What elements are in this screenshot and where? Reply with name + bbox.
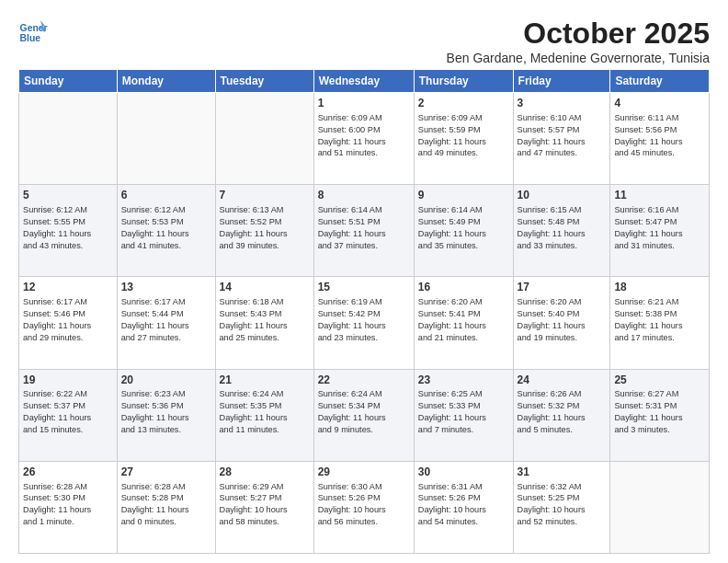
column-header-thursday: Thursday [414,70,513,93]
calendar-empty-cell [215,93,313,185]
day-number: 12 [23,280,113,295]
day-number: 1 [318,96,410,111]
day-info: Sunrise: 6:24 AM Sunset: 5:35 PM Dayligh… [220,388,310,436]
day-number: 16 [418,280,509,295]
day-number: 11 [614,188,705,203]
subtitle: Ben Gardane, Medenine Governorate, Tunis… [447,51,710,65]
day-number: 21 [220,373,310,388]
day-number: 14 [220,280,310,295]
day-number: 23 [418,373,509,388]
day-info: Sunrise: 6:29 AM Sunset: 5:27 PM Dayligh… [220,481,310,529]
day-info: Sunrise: 6:12 AM Sunset: 5:55 PM Dayligh… [23,204,113,252]
day-info: Sunrise: 6:26 AM Sunset: 5:32 PM Dayligh… [518,388,607,436]
calendar-day-4: 4Sunrise: 6:11 AM Sunset: 5:56 PM Daylig… [610,93,710,185]
day-info: Sunrise: 6:31 AM Sunset: 5:26 PM Dayligh… [418,481,509,529]
day-info: Sunrise: 6:11 AM Sunset: 5:56 PM Dayligh… [614,112,705,160]
calendar-header-row: SundayMondayTuesdayWednesdayThursdayFrid… [19,70,710,93]
title-block: October 2025 Ben Gardane, Medenine Gover… [447,17,710,65]
day-number: 6 [121,188,211,203]
day-info: Sunrise: 6:17 AM Sunset: 5:46 PM Dayligh… [23,296,113,344]
calendar-day-29: 29Sunrise: 6:30 AM Sunset: 5:26 PM Dayli… [313,461,414,553]
calendar-day-6: 6Sunrise: 6:12 AM Sunset: 5:53 PM Daylig… [117,185,215,277]
day-number: 10 [518,188,607,203]
day-number: 17 [518,280,607,295]
day-number: 8 [318,188,410,203]
calendar-day-26: 26Sunrise: 6:28 AM Sunset: 5:30 PM Dayli… [19,461,118,553]
day-number: 5 [23,188,113,203]
calendar-day-19: 19Sunrise: 6:22 AM Sunset: 5:37 PM Dayli… [19,369,118,461]
column-header-sunday: Sunday [19,70,118,93]
day-number: 24 [518,373,607,388]
calendar-week-row: 19Sunrise: 6:22 AM Sunset: 5:37 PM Dayli… [19,369,710,461]
calendar-week-row: 1Sunrise: 6:09 AM Sunset: 6:00 PM Daylig… [19,93,710,185]
calendar-day-10: 10Sunrise: 6:15 AM Sunset: 5:48 PM Dayli… [513,185,610,277]
day-info: Sunrise: 6:16 AM Sunset: 5:47 PM Dayligh… [614,204,705,252]
day-number: 28 [220,465,310,480]
day-info: Sunrise: 6:14 AM Sunset: 5:51 PM Dayligh… [318,204,410,252]
day-info: Sunrise: 6:21 AM Sunset: 5:38 PM Dayligh… [614,296,705,344]
day-info: Sunrise: 6:19 AM Sunset: 5:42 PM Dayligh… [318,296,410,344]
calendar-day-15: 15Sunrise: 6:19 AM Sunset: 5:42 PM Dayli… [313,277,414,369]
calendar-day-11: 11Sunrise: 6:16 AM Sunset: 5:47 PM Dayli… [610,185,710,277]
logo-icon: General Blue [18,17,48,46]
day-number: 7 [220,188,310,203]
column-header-monday: Monday [117,70,215,93]
calendar-table: SundayMondayTuesdayWednesdayThursdayFrid… [18,69,710,554]
day-info: Sunrise: 6:13 AM Sunset: 5:52 PM Dayligh… [220,204,310,252]
calendar-week-row: 12Sunrise: 6:17 AM Sunset: 5:46 PM Dayli… [19,277,710,369]
day-number: 15 [318,280,410,295]
day-number: 26 [23,465,113,480]
day-number: 30 [418,465,509,480]
calendar-week-row: 26Sunrise: 6:28 AM Sunset: 5:30 PM Dayli… [19,461,710,553]
calendar-day-14: 14Sunrise: 6:18 AM Sunset: 5:43 PM Dayli… [215,277,313,369]
day-info: Sunrise: 6:18 AM Sunset: 5:43 PM Dayligh… [220,296,310,344]
header: General Blue General Blue October 2025 B… [18,17,710,65]
calendar-day-7: 7Sunrise: 6:13 AM Sunset: 5:52 PM Daylig… [215,185,313,277]
day-info: Sunrise: 6:14 AM Sunset: 5:49 PM Dayligh… [418,204,509,252]
day-info: Sunrise: 6:22 AM Sunset: 5:37 PM Dayligh… [23,388,113,436]
calendar-empty-cell [117,93,215,185]
calendar-day-25: 25Sunrise: 6:27 AM Sunset: 5:31 PM Dayli… [610,369,710,461]
day-info: Sunrise: 6:20 AM Sunset: 5:40 PM Dayligh… [518,296,607,344]
day-info: Sunrise: 6:12 AM Sunset: 5:53 PM Dayligh… [121,204,211,252]
column-header-wednesday: Wednesday [313,70,414,93]
day-number: 9 [418,188,509,203]
calendar-day-23: 23Sunrise: 6:25 AM Sunset: 5:33 PM Dayli… [414,369,513,461]
calendar-day-24: 24Sunrise: 6:26 AM Sunset: 5:32 PM Dayli… [513,369,610,461]
logo: General Blue General Blue [18,17,48,46]
svg-text:Blue: Blue [20,33,41,43]
calendar-day-3: 3Sunrise: 6:10 AM Sunset: 5:57 PM Daylig… [513,93,610,185]
calendar-day-1: 1Sunrise: 6:09 AM Sunset: 6:00 PM Daylig… [313,93,414,185]
day-info: Sunrise: 6:17 AM Sunset: 5:44 PM Dayligh… [121,296,211,344]
day-info: Sunrise: 6:09 AM Sunset: 6:00 PM Dayligh… [318,112,410,160]
calendar-day-12: 12Sunrise: 6:17 AM Sunset: 5:46 PM Dayli… [19,277,118,369]
day-number: 31 [518,465,607,480]
calendar-empty-cell [610,461,710,553]
day-info: Sunrise: 6:20 AM Sunset: 5:41 PM Dayligh… [418,296,509,344]
day-number: 29 [318,465,410,480]
calendar-day-2: 2Sunrise: 6:09 AM Sunset: 5:59 PM Daylig… [414,93,513,185]
calendar-day-30: 30Sunrise: 6:31 AM Sunset: 5:26 PM Dayli… [414,461,513,553]
calendar-day-13: 13Sunrise: 6:17 AM Sunset: 5:44 PM Dayli… [117,277,215,369]
day-number: 18 [614,280,705,295]
day-info: Sunrise: 6:09 AM Sunset: 5:59 PM Dayligh… [418,112,509,160]
calendar-day-21: 21Sunrise: 6:24 AM Sunset: 5:35 PM Dayli… [215,369,313,461]
column-header-friday: Friday [513,70,610,93]
day-number: 4 [614,96,705,111]
calendar-day-16: 16Sunrise: 6:20 AM Sunset: 5:41 PM Dayli… [414,277,513,369]
day-number: 25 [614,373,705,388]
day-info: Sunrise: 6:25 AM Sunset: 5:33 PM Dayligh… [418,388,509,436]
day-number: 27 [121,465,211,480]
day-info: Sunrise: 6:28 AM Sunset: 5:28 PM Dayligh… [121,481,211,529]
day-number: 19 [23,373,113,388]
day-info: Sunrise: 6:10 AM Sunset: 5:57 PM Dayligh… [518,112,607,160]
day-number: 22 [318,373,410,388]
calendar-day-28: 28Sunrise: 6:29 AM Sunset: 5:27 PM Dayli… [215,461,313,553]
day-number: 20 [121,373,211,388]
day-info: Sunrise: 6:15 AM Sunset: 5:48 PM Dayligh… [518,204,607,252]
day-number: 2 [418,96,509,111]
day-info: Sunrise: 6:23 AM Sunset: 5:36 PM Dayligh… [121,388,211,436]
day-info: Sunrise: 6:32 AM Sunset: 5:25 PM Dayligh… [518,481,607,529]
calendar-day-9: 9Sunrise: 6:14 AM Sunset: 5:49 PM Daylig… [414,185,513,277]
calendar-day-17: 17Sunrise: 6:20 AM Sunset: 5:40 PM Dayli… [513,277,610,369]
